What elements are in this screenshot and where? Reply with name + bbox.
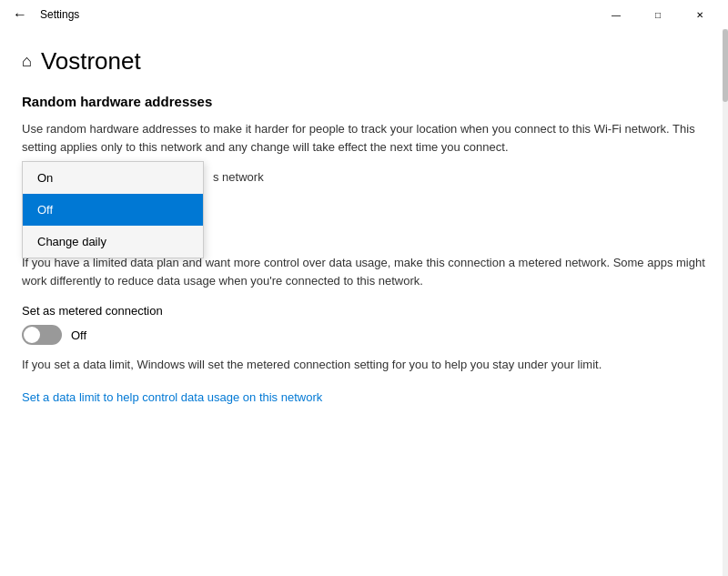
random-hw-title: Random hardware addresses xyxy=(22,94,706,109)
network-text-row: On Off Change daily s network xyxy=(22,170,706,184)
minimize-button[interactable]: — xyxy=(595,0,637,29)
close-button[interactable]: ✕ xyxy=(679,0,721,29)
metered-toggle-state: Off xyxy=(71,328,86,342)
random-hw-dropdown-container: On Off Change daily s network xyxy=(22,170,706,184)
dropdown-option-change-daily[interactable]: Change daily xyxy=(23,226,203,258)
metered-toggle[interactable] xyxy=(22,325,62,345)
back-button[interactable]: ← xyxy=(7,2,33,27)
random-hw-section: Random hardware addresses Use random har… xyxy=(22,94,706,184)
titlebar: ← Settings — □ ✕ xyxy=(0,0,728,29)
metered-toggle-label: Set as metered connection xyxy=(22,304,706,318)
back-icon: ← xyxy=(13,6,27,23)
close-icon: ✕ xyxy=(696,10,703,20)
metered-toggle-row: Off xyxy=(22,325,706,345)
scrollbar[interactable] xyxy=(723,29,728,576)
scrollbar-thumb[interactable] xyxy=(723,29,728,102)
minimize-icon: — xyxy=(612,10,621,20)
dropdown-option-off[interactable]: Off xyxy=(23,194,203,226)
main-content: ⌂ Vostronet Random hardware addresses Us… xyxy=(0,29,728,423)
maximize-button[interactable]: □ xyxy=(637,0,679,29)
metered-info: If you set a data limit, Windows will se… xyxy=(22,356,706,374)
home-icon: ⌂ xyxy=(22,52,32,71)
maximize-icon: □ xyxy=(655,10,661,20)
network-name: Vostronet xyxy=(41,47,141,76)
data-limit-link[interactable]: Set a data limit to help control data us… xyxy=(22,390,322,404)
random-hw-description: Use random hardware addresses to make it… xyxy=(22,120,706,156)
metered-description: If you have a limited data plan and want… xyxy=(22,254,706,289)
titlebar-title: Settings xyxy=(40,8,595,21)
dropdown-option-on[interactable]: On xyxy=(23,162,203,194)
toggle-knob xyxy=(24,327,40,343)
dropdown-popup: On Off Change daily xyxy=(22,161,204,258)
network-inline-text: s network xyxy=(213,170,264,184)
window-controls: — □ ✕ xyxy=(595,0,721,29)
network-header: ⌂ Vostronet xyxy=(22,47,706,76)
